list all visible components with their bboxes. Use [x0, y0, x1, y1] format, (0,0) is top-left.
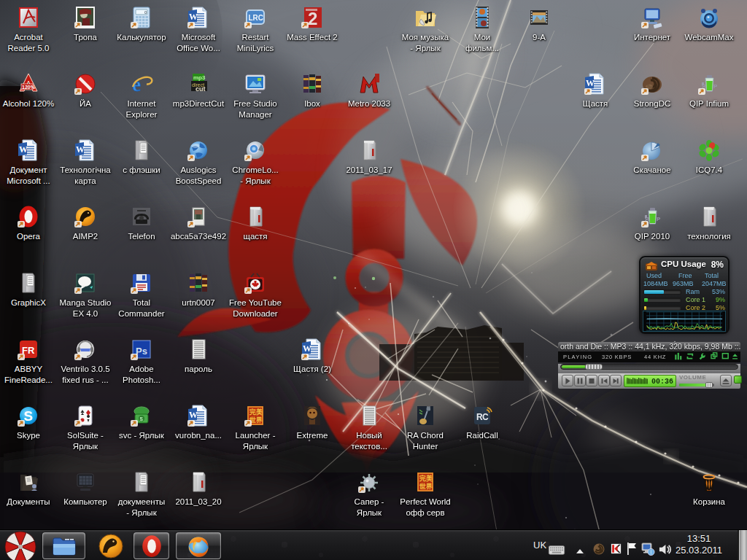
- svg-text:P: P: [713, 83, 718, 90]
- svg-text:W: W: [586, 78, 595, 88]
- svg-text:世界: 世界: [419, 483, 433, 490]
- svg-text:W: W: [19, 144, 28, 155]
- svg-text:cut: cut: [196, 85, 206, 93]
- svg-text:R: R: [28, 345, 35, 356]
- svg-text:W: W: [189, 12, 198, 22]
- svg-text:S: S: [24, 408, 34, 424]
- svg-text:120%: 120%: [22, 85, 36, 90]
- svg-text:LRC: LRC: [249, 14, 264, 22]
- svg-text:W: W: [76, 144, 85, 155]
- svg-text:完美: 完美: [249, 408, 263, 416]
- svg-text:W: W: [303, 343, 311, 354]
- svg-text:2: 2: [308, 9, 317, 28]
- svg-text:mp3: mp3: [193, 74, 206, 81]
- svg-text:C: C: [482, 412, 489, 422]
- svg-text:W: W: [189, 410, 198, 420]
- svg-text:完美: 完美: [419, 474, 433, 482]
- svg-text:P: P: [657, 216, 661, 222]
- svg-text:$: $: [140, 416, 144, 422]
